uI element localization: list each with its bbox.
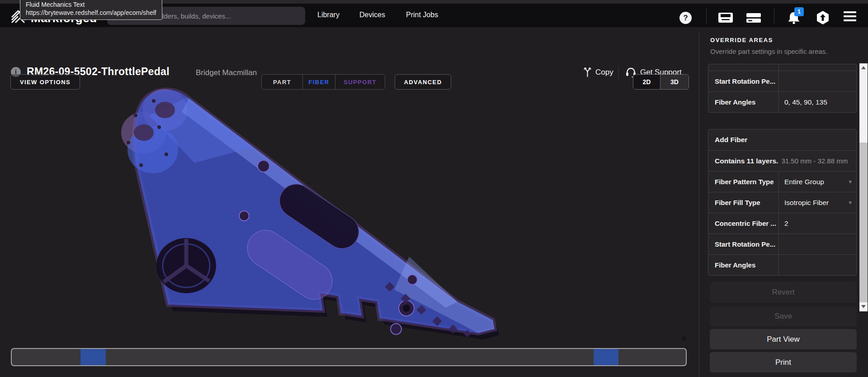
panel-subheading: Override part settings in specific areas… [710, 48, 827, 55]
tab-support[interactable]: SUPPORT [335, 75, 385, 89]
layers-range: 31.50 mm - 32.88 mm [781, 157, 848, 165]
setting-label: Start Rotation Pe... [708, 71, 778, 91]
print-queue-icon[interactable] [746, 11, 761, 24]
throttle-pedal-model [121, 89, 499, 339]
setting-label: Concentric Fiber ... [708, 213, 778, 234]
setting-label: Fiber Fill Type [708, 192, 778, 213]
layer-slider-handle-start[interactable] [80, 349, 106, 365]
chevron-down-icon: ▾ [849, 199, 852, 206]
layer-range-slider[interactable] [11, 348, 687, 366]
panel-heading: OVERRIDE AREAS [710, 37, 773, 43]
table-row: Concentric Fiber ... 2 [708, 213, 856, 234]
save-button[interactable]: Save [710, 306, 857, 326]
setting-dropdown[interactable]: Entire Group ▾ [778, 172, 856, 192]
table-row: Fiber Pattern Type Entire Group ▾ [708, 171, 856, 192]
tooltip-title: Fluid Mechanics Text [26, 0, 156, 9]
toggle-3d[interactable]: 3D [660, 75, 689, 89]
part-view-button[interactable]: Part View [710, 329, 857, 349]
nav-divider [706, 8, 707, 24]
chevron-down-icon: ▾ [849, 178, 852, 185]
override-settings-table: Start Rotation Pe... Fiber Angles 0, 45,… [708, 64, 857, 113]
scroll-up-icon[interactable] [861, 66, 866, 69]
setting-value[interactable] [778, 255, 856, 275]
panel-divider [699, 32, 699, 377]
nav-link-library[interactable]: Library [317, 11, 340, 19]
menu-icon[interactable] [844, 11, 856, 24]
revert-button[interactable]: Revert [710, 282, 857, 303]
part-owner: Bridget Macmillan [196, 68, 257, 77]
canvas-dot [682, 336, 686, 341]
table-row: Fiber Fill Type Isotropic Fiber ▾ [708, 192, 856, 213]
setting-label: Fiber Pattern Type [708, 172, 778, 192]
part-header-bar: i RM26-09-5502-ThrottlePedal Bridget Mac… [0, 27, 699, 61]
setting-value[interactable]: 2 [778, 213, 856, 234]
setting-label: Fiber Angles [708, 92, 778, 112]
table-row: Fiber Angles [708, 254, 856, 275]
actions-divider [618, 66, 619, 79]
link-tooltip: Fluid Mechanics Text https://brytewave.r… [20, 0, 162, 20]
copy-label: Copy [595, 68, 613, 77]
help-icon[interactable]: ? [679, 12, 692, 24]
setting-dropdown[interactable]: Isotropic Fiber ▾ [778, 192, 856, 213]
table-row-summary: Contains 11 layers. 31.50 mm - 32.88 mm [708, 150, 856, 171]
toggle-2d[interactable]: 2D [633, 75, 660, 89]
copy-button[interactable]: Copy [584, 67, 613, 77]
model-viewport[interactable] [0, 61, 699, 377]
tab-fiber[interactable]: FIBER [302, 75, 335, 89]
setting-label: Start Rotation Pe... [708, 234, 778, 254]
layer-slider-handle-end[interactable] [594, 349, 618, 365]
fork-icon [584, 67, 591, 77]
notification-badge: 1 [794, 7, 804, 16]
printer-icon[interactable] [718, 11, 733, 24]
view-mode-tabs: PART FIBER SUPPORT [261, 74, 385, 90]
setting-label: Fiber Angles [708, 255, 778, 275]
setting-value[interactable] [778, 234, 856, 254]
table-row: Fiber Angles 0, 45, 90, 135 [708, 91, 856, 112]
table-row: Start Rotation Pe... [708, 234, 856, 254]
layers-summary: Contains 11 layers. [715, 157, 778, 165]
updates-icon[interactable] [816, 10, 830, 25]
nav-link-devices[interactable]: Devices [359, 11, 385, 19]
app-window: Markforged Library Devices Print Jobs ? … [0, 0, 868, 377]
tab-part[interactable]: PART [262, 75, 302, 89]
print-button[interactable]: Print [710, 352, 857, 372]
view-options-button[interactable]: VIEW OPTIONS [10, 74, 80, 90]
add-fiber-header: Add Fiber [708, 129, 856, 150]
dimension-toggle: 2D 3D [633, 74, 689, 90]
table-row: Start Rotation Pe... [708, 71, 856, 91]
panel-scrollbar-thumb[interactable] [859, 143, 868, 302]
table-row-header[interactable]: Add Fiber [708, 129, 856, 150]
add-fiber-table: Add Fiber Contains 11 layers. 31.50 mm -… [708, 129, 857, 276]
scroll-down-icon[interactable] [861, 305, 866, 308]
advanced-button[interactable]: ADVANCED [395, 74, 451, 90]
setting-value[interactable]: 0, 45, 90, 135 [778, 92, 856, 112]
table-row-partial [708, 64, 856, 71]
nav-link-print-jobs[interactable]: Print Jobs [406, 11, 438, 19]
setting-value[interactable] [778, 71, 856, 91]
tooltip-url: https://brytewave.redshelf.com/app/ecom/… [26, 9, 156, 17]
nav-divider [774, 8, 774, 24]
